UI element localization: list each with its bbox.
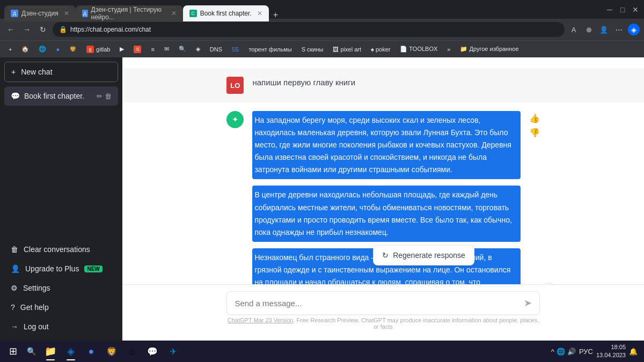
regenerate-popup[interactable]: ↻ Regenerate response — [373, 245, 474, 265]
network-icon[interactable]: 🌐 — [557, 348, 565, 356]
chat-title: Book first chapter. — [24, 92, 84, 100]
bm-other[interactable]: 📁 Другое избранное — [456, 44, 523, 54]
url-box[interactable]: 🔒 https://chat.openai.com/chat — [53, 22, 565, 37]
edit-icon[interactable]: ✏ — [97, 92, 103, 100]
tab3-close[interactable]: ✕ — [257, 10, 262, 17]
bm-poker[interactable]: ♠ poker — [367, 45, 394, 54]
regenerate-label: Regenerate response — [393, 251, 465, 260]
bm-globe[interactable]: 🌐 — [34, 44, 50, 54]
tab-3[interactable]: C Book first chapter. ✕ — [183, 5, 269, 21]
notification-icon[interactable]: 🔔 — [629, 348, 638, 356]
tab2-favicon: Д — [82, 10, 88, 17]
user-avatar: LO — [226, 77, 244, 94]
bm-s1[interactable]: S — [129, 44, 145, 55]
window-controls: ─ □ ✕ — [605, 5, 640, 14]
bm-search[interactable]: 🔍 — [174, 44, 191, 54]
minimize-button[interactable]: ─ — [605, 5, 614, 14]
bm-pixelart[interactable]: 🖼 pixel art — [328, 45, 365, 54]
bm-task[interactable]: ≡ — [147, 45, 158, 54]
bm-more[interactable]: » — [443, 45, 455, 54]
logout-label: Log out — [24, 322, 49, 331]
chat-footer: ChatGPT Mar 23 Version. Free Research Pr… — [226, 315, 539, 334]
new-badge: NEW — [84, 265, 102, 272]
taskbar-right: ^ 🌐 🔊 РУС 18:05 13.04.2023 🔔 — [551, 343, 640, 360]
bm-home[interactable]: 🏠 — [17, 44, 33, 54]
ai-avatar: ✦ — [226, 111, 244, 128]
footer-link[interactable]: ChatGPT Mar 23 Version — [228, 317, 294, 323]
bm-youtube[interactable]: ▶ — [115, 44, 128, 54]
tab2-close[interactable]: ✕ — [171, 10, 177, 17]
volume-icon[interactable]: 🔊 — [567, 348, 576, 356]
menu-icon[interactable]: ⋯ — [613, 24, 625, 35]
close-button[interactable]: ✕ — [631, 5, 640, 14]
translate-icon[interactable]: A — [568, 24, 580, 35]
thumbs-up-button[interactable]: 👍 — [529, 113, 540, 123]
bm-chrome[interactable]: ● — [52, 45, 64, 54]
thumbs-down-button[interactable]: 👎 — [529, 128, 540, 138]
sidebar-spacer — [4, 106, 118, 240]
new-tab-button[interactable]: + — [269, 10, 282, 20]
regenerate-icon: ↻ — [382, 251, 389, 260]
tab-1[interactable]: Д Дзен-студия ✕ — [4, 5, 76, 21]
send-button[interactable]: ➤ — [524, 297, 532, 309]
chat-history-item[interactable]: 💬 Book first chapter. ✏ 🗑 — [4, 86, 118, 106]
maximize-button[interactable]: □ — [618, 5, 627, 14]
upgrade-to-plus-button[interactable]: 👤 Upgrade to Plus NEW — [4, 259, 118, 278]
tray-arrow-icon[interactable]: ^ — [551, 348, 554, 356]
extensions-icon[interactable]: ⊕ — [583, 24, 595, 35]
logout-icon: → — [11, 322, 18, 331]
chat-input-box: ➤ — [226, 291, 539, 315]
taskbar-app-edge[interactable]: ◈ — [61, 342, 80, 361]
tab1-favicon: Д — [11, 10, 18, 17]
taskbar-app-explorer[interactable]: 📁 — [41, 342, 60, 361]
taskbar-clock[interactable]: 18:05 13.04.2023 — [596, 343, 626, 360]
taskbar-app-steam[interactable]: ♨ — [122, 342, 142, 361]
delete-icon[interactable]: 🗑 — [105, 92, 112, 100]
get-help-button[interactable]: ? Get help — [4, 298, 118, 317]
chat-container: LO напиши первую главу книги ✦ На западн… — [122, 57, 644, 341]
settings-button[interactable]: ⚙ Settings — [4, 278, 118, 298]
start-button[interactable]: ⊞ — [4, 343, 21, 360]
tab1-close[interactable]: ✕ — [64, 10, 69, 17]
bm-gitlab[interactable]: g gitlab — [82, 44, 114, 55]
taskbar-app-discord[interactable]: 💬 — [143, 342, 162, 361]
bm-mail[interactable]: ✉ — [160, 44, 173, 54]
taskbar-search[interactable]: 🔍 — [24, 344, 39, 359]
logout-button[interactable]: → Log out — [4, 317, 118, 336]
bm-skins[interactable]: S скины — [297, 45, 328, 54]
clear-conversations-button[interactable]: 🗑 Clear conversations — [4, 240, 118, 259]
taskbar-date-value: 13.04.2023 — [596, 351, 626, 359]
clear-label: Clear conversations — [24, 245, 90, 254]
back-button[interactable]: ← — [4, 25, 17, 34]
tab2-title: Дзен-студия | Тестирую нейро... — [91, 6, 166, 21]
chat-input[interactable] — [235, 299, 519, 308]
lang-icon[interactable]: РУС — [579, 348, 593, 356]
taskbar-app-chrome[interactable]: ● — [82, 342, 101, 361]
tab-group: Д Дзен-студия ✕ Д Дзен-студия | Тестирую… — [4, 0, 603, 19]
bm-torrent[interactable]: торент фильмы — [244, 45, 296, 54]
bm-5b[interactable]: 5Б — [228, 45, 243, 54]
chat-input-area: ➤ ChatGPT Mar 23 Version. Free Research … — [122, 284, 644, 341]
profile-icon[interactable]: 👤 — [598, 24, 610, 35]
bm-brave[interactable]: 🦁 — [65, 44, 81, 54]
taskbar-app-brave[interactable]: 🦁 — [102, 342, 121, 361]
taskbar-apps: 📁 ◈ ● 🦁 ♨ 💬 ✈ — [41, 342, 549, 361]
bookmarks-bar: + 🏠 🌐 ● 🦁 g gitlab ▶ S ≡ ✉ 🔍 ◈ DNS 5Б то… — [0, 40, 644, 57]
refresh-button[interactable]: ↻ — [36, 25, 49, 34]
help-label: Get help — [20, 303, 49, 312]
taskbar-app-telegram[interactable]: ✈ — [163, 342, 182, 361]
tab3-favicon: C — [189, 10, 197, 17]
edge-icon[interactable]: ◈ — [628, 24, 640, 35]
bm-toolbox[interactable]: 📄 TOOLBOX — [396, 44, 442, 54]
new-chat-button[interactable]: + New chat — [4, 62, 118, 82]
bm-ai[interactable]: ◈ — [192, 44, 204, 54]
bm-dns[interactable]: DNS — [206, 45, 226, 54]
browser-frame: Д Дзен-студия ✕ Д Дзен-студия | Тестирую… — [0, 0, 644, 362]
ai-paragraph-2: В центре деревни находилась небольшая пл… — [252, 186, 520, 241]
sidebar: + New chat 💬 Book first chapter. ✏ 🗑 🗑 C… — [0, 57, 122, 341]
tab1-title: Дзен-студия — [21, 10, 58, 17]
trash-icon: 🗑 — [11, 245, 18, 254]
bm-plus[interactable]: + — [4, 45, 16, 54]
tab-2[interactable]: Д Дзен-студия | Тестирую нейро... ✕ — [76, 5, 183, 21]
forward-button[interactable]: → — [20, 25, 33, 34]
